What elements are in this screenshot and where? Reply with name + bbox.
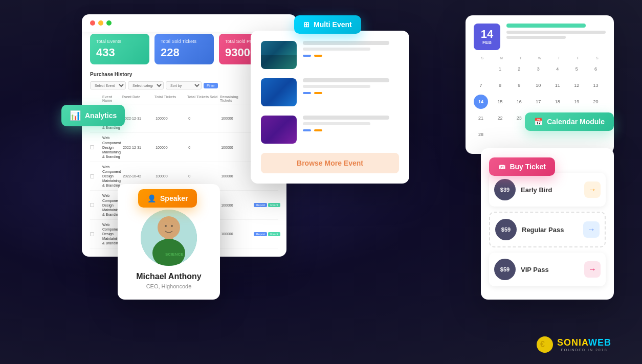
filter-button[interactable]: Filter [204,83,218,88]
browse-more-button[interactable]: Browse More Event [261,153,399,173]
speaker-title: CEO, Highoncode [128,283,210,289]
window-minimize-dot[interactable] [98,20,103,26]
cal-cell[interactable]: 1 [493,62,507,76]
cal-cell[interactable]: 6 [589,62,603,76]
cal-cell[interactable]: 28 [474,127,488,142]
table-header: Event Name Event Date Total Tickets Tota… [90,94,278,104]
multi-event-badge[interactable]: ⊞ Multi Event [294,15,361,34]
event-sub-bar-2 [303,85,370,88]
ticket-price-early-bird: $39 [494,179,516,200]
event-button[interactable]: Event [268,203,280,207]
analytics-badge[interactable]: 📊 Analytics [61,105,125,126]
stat-sold-tickets-label: Total Sold Tickets [161,39,208,44]
cal-cell[interactable]: 11 [550,78,565,93]
event-info-1 [303,41,399,57]
cal-cell[interactable]: 19 [569,95,584,109]
window-maximize-dot[interactable] [106,20,112,26]
row-checkbox[interactable] [90,145,94,149]
row-event-name: Web Component Design Maintaining & Brand… [102,135,121,158]
speaker-badge-label: Speaker [160,194,188,202]
select-sort[interactable]: Sort by [166,81,202,89]
watermark-sub: FOUNDED IN 2018 [557,348,611,352]
event-sub-bar-3 [303,122,370,125]
speaker-avatar: SCIENCE [141,210,197,266]
event-tags-1 [303,55,399,57]
cal-cell[interactable]: 22 [493,111,507,125]
cal-cell[interactable]: 10 [531,78,545,93]
calendar-card: 14 FEB SMTWTFS12345678910111213141516171… [466,15,614,154]
cal-day-label: T [512,56,529,60]
svg-text:€: € [540,340,545,349]
cal-cell[interactable]: 8 [493,78,507,93]
row-remaining: 100000 [221,117,252,120]
cal-cell[interactable]: 2 [512,62,526,76]
cal-cell[interactable]: 12 [569,78,584,93]
cal-cell[interactable]: 16 [512,95,526,109]
cal-day-label: S [474,56,491,60]
row-checkbox[interactable] [90,232,94,236]
ticket-price-regular: $59 [495,219,517,240]
row-event-name: Web Component Design Maintaining & Brand… [102,165,121,188]
event-button[interactable]: Event [268,232,280,236]
cal-cell[interactable]: 14 [474,95,488,109]
row-remaining: 100000 [221,203,252,207]
cal-cell[interactable]: 5 [569,62,584,76]
row-remaining: 100000 [221,174,252,178]
cal-cell[interactable]: 23 [512,111,526,125]
watermark-text: SONIAWEB [557,337,611,348]
ticket-arrow-vip[interactable]: → [584,261,601,278]
tag-blue-3 [303,129,311,131]
row-total: 100000 [156,117,186,120]
cal-cell[interactable]: 21 [474,111,488,125]
row-actions: Report Event [254,203,279,207]
event-title-bar-3 [303,116,389,120]
report-button[interactable]: Report [254,232,267,236]
cal-cell[interactable]: 17 [531,95,545,109]
calendar-badge[interactable]: 📅 Calendar Module [525,112,614,131]
cal-cell[interactable]: 15 [493,95,507,109]
event-thumb-2 [261,78,297,106]
speaker-badge-icon: 👤 [147,194,156,202]
cal-bar-green [506,24,586,28]
tag-orange-1 [314,55,322,57]
stats-row: Total Events 433 Total Sold Tickets 228 … [90,34,278,64]
row-remaining: 100000 [221,146,252,149]
report-button[interactable]: Report [254,203,267,207]
cal-cell[interactable]: 3 [531,62,545,76]
speaker-badge[interactable]: 👤 Speaker [138,189,197,208]
buy-ticket-badge[interactable]: 🎟 Buy Ticket [489,157,555,176]
ticket-early-bird[interactable]: $39 Early Bird → [489,173,606,207]
svg-point-5 [165,225,167,227]
select-category[interactable]: Select category [128,81,164,89]
ticket-vip-pass[interactable]: $59 VIP Pass → [489,253,606,286]
cal-day-label: T [550,56,567,60]
cal-cell[interactable]: 13 [589,78,603,93]
stat-total-events-label: Total Events [96,39,143,44]
window-close-dot[interactable] [90,20,95,26]
row-checkbox[interactable] [90,174,94,178]
select-event[interactable]: Select Event [90,81,126,89]
cal-cell[interactable]: 4 [550,62,565,76]
cal-cell[interactable]: 9 [512,78,526,93]
row-checkbox[interactable] [90,203,94,207]
row-actions: Report Event [254,232,279,236]
row-remaining: 100000 [221,232,252,236]
ticket-arrow-early-bird[interactable]: → [584,181,601,198]
event-title-bar [303,41,389,45]
ticket-regular-pass[interactable]: $59 Regular Pass → [489,212,606,247]
cal-day-label: S [589,56,606,60]
event-tags-3 [303,129,399,131]
ticket-name-regular: Regular Pass [522,226,578,234]
tag-orange-2 [314,92,322,94]
stat-total-events: Total Events 433 [90,34,149,64]
cal-cell[interactable]: 18 [550,95,565,109]
cal-cell[interactable]: 20 [589,95,603,109]
event-thumb-1 [261,41,297,69]
cal-bar-gray-2 [506,36,566,39]
event-thumb-3 [261,116,297,144]
cal-cell[interactable]: 7 [474,78,488,93]
event-item-1 [261,41,399,69]
ticket-arrow-regular[interactable]: → [583,221,600,238]
ticket-price-vip: $59 [494,259,516,280]
ticket-name-early-bird: Early Bird [521,186,579,194]
